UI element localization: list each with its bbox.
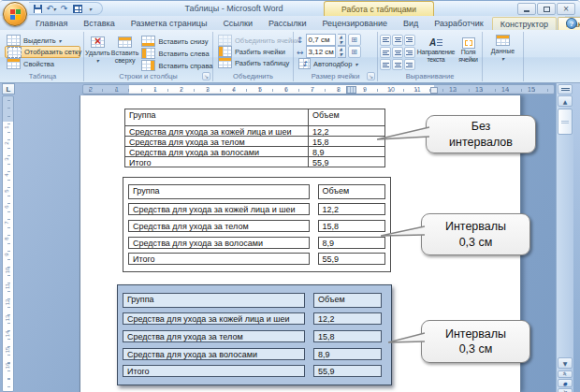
row-height-spinner[interactable]: ▲▼ (338, 34, 346, 46)
align-1-0-button[interactable] (380, 47, 391, 58)
split-table-button[interactable]: Разбить таблицу (216, 57, 290, 68)
save-button[interactable] (33, 3, 43, 14)
ribbon-tab[interactable]: Вид (396, 17, 426, 30)
table-quick-button[interactable] (72, 3, 82, 14)
qat-customize-button[interactable] (85, 3, 95, 14)
table-cell[interactable]: Средства для ухода за кожей лица и шеи (125, 126, 309, 136)
table-cell[interactable]: 55,9 (313, 365, 382, 377)
align-1-2-button[interactable] (404, 47, 415, 58)
select-table-button[interactable]: Выделить (5, 35, 80, 46)
table-cell[interactable]: Итого (128, 253, 310, 265)
office-button[interactable] (3, 2, 27, 26)
table-cell[interactable]: 15,8 (313, 330, 382, 342)
ribbon-tab[interactable]: Рецензирование (314, 17, 395, 30)
column-width-input[interactable]: 3,12 см (306, 46, 336, 58)
ribbon-tab[interactable]: Разметка страницы (123, 17, 215, 30)
browse-object-button[interactable] (558, 379, 573, 387)
ruler-toggle-button[interactable] (558, 84, 573, 94)
table-cell[interactable]: Средства для ухода за кожей лица и шеи (123, 312, 305, 325)
text-direction-button[interactable]: Направление текста (417, 35, 455, 68)
table-cell[interactable]: Средства для ухода за волосами (125, 147, 309, 156)
table-cell[interactable]: Группа (128, 184, 310, 199)
align-0-0-button[interactable] (380, 35, 391, 46)
table-cell[interactable]: Средства для ухода за телом (123, 330, 305, 342)
row-height-input[interactable]: 0,7 см (306, 34, 336, 46)
restore-button[interactable] (537, 3, 556, 15)
scrollbar-thumb[interactable] (558, 109, 573, 135)
table-cell[interactable]: Объем (313, 293, 382, 308)
split-table-icon (218, 57, 232, 68)
table-cell[interactable]: Средства для ухода за кожей лица и шеи (128, 203, 310, 215)
table-cell[interactable]: Группа (123, 293, 305, 308)
data-button[interactable]: Данные (487, 32, 519, 71)
table-cell[interactable]: Средства для ухода за телом (125, 137, 309, 146)
scroll-up-button[interactable] (558, 95, 573, 107)
distribute-columns-button[interactable]: ⊞ (348, 46, 361, 58)
align-0-1-button[interactable] (392, 35, 403, 46)
tab-stop-selector[interactable] (2, 83, 15, 94)
table-cell[interactable]: Итого (125, 157, 309, 167)
undo-button[interactable]: ↶ (46, 3, 56, 14)
merge-cells-button[interactable]: Объединить ячейки (216, 35, 290, 46)
table-cell[interactable]: Итого (123, 365, 305, 377)
table-cell[interactable]: 8,9 (318, 237, 385, 249)
callout-intervals-2[interactable]: Интервалы0,3 см (421, 320, 530, 363)
split-cells-button[interactable]: Разбить ячейки (216, 46, 290, 57)
ribbon-tab[interactable]: Рассылки (261, 17, 313, 30)
align-2-2-button[interactable] (404, 59, 415, 70)
table-cell[interactable]: 15,8 (318, 220, 385, 232)
table-cell[interactable]: 15,8 (309, 137, 384, 146)
callout-intervals-1[interactable]: Интервалы0,3 см (421, 213, 530, 255)
dialog-launcher-icon[interactable] (367, 72, 375, 80)
ribbon-tab[interactable]: Главная (28, 17, 75, 30)
minimize-button[interactable] (517, 3, 536, 15)
insert-right-button[interactable]: Вставить справа (139, 60, 214, 71)
next-page-button[interactable] (558, 388, 573, 392)
table-cell[interactable]: Средства для ухода за волосами (128, 237, 310, 249)
align-1-1-button[interactable] (392, 47, 403, 58)
table-cell[interactable]: Группа (125, 109, 309, 125)
delete-button[interactable]: Удалить (85, 34, 110, 69)
ruler-number: 10 (5, 268, 10, 274)
align-2-0-button[interactable] (380, 59, 391, 70)
table-properties-button[interactable]: Свойства (5, 58, 80, 69)
callout-no-intervals[interactable]: Безинтервалов (426, 115, 536, 153)
redo-button[interactable]: ↷ (59, 3, 69, 14)
table-cell[interactable]: 12,2 (309, 126, 384, 136)
distribute-rows-button[interactable]: ⊞ (348, 34, 361, 46)
table-cell[interactable]: 8,9 (309, 147, 384, 156)
insert-below-button[interactable]: Вставить снизу (139, 36, 214, 47)
ribbon-tab[interactable]: Разработчик (427, 17, 490, 30)
insert-left-button[interactable]: Вставить слева (139, 48, 214, 59)
indent-marker[interactable] (430, 87, 438, 94)
insert-above-button[interactable]: Вставить сверху (111, 34, 139, 69)
table-cell[interactable]: Средства для ухода за волосами (123, 348, 305, 360)
table-cell[interactable]: Объем (309, 109, 384, 125)
table-cell[interactable]: 55,9 (309, 157, 384, 167)
column-divider-marker[interactable] (346, 86, 356, 94)
ribbon-tab[interactable]: Вставка (76, 17, 122, 30)
align-0-2-button[interactable] (404, 35, 415, 46)
dialog-launcher-icon[interactable] (202, 72, 210, 80)
close-button[interactable]: × (557, 3, 575, 15)
table-with-spacing: ГруппаОбъемСредства для ухода за кожей л… (123, 177, 391, 272)
table-cell[interactable]: Объем (318, 184, 385, 199)
ribbon-tab[interactable]: Ссылки (215, 17, 260, 30)
ribbon-group-cell-size: ↕ 0,7 см ▲▼ ⊞ ↔ 3,12 см ▲▼ ⊞ Автоподбор (294, 32, 378, 81)
table-cell[interactable]: 8,9 (313, 348, 382, 360)
scroll-down-button[interactable] (558, 357, 573, 369)
previous-page-button[interactable] (558, 370, 573, 378)
show-gridlines-button[interactable]: Отобразить сетку (5, 46, 80, 58)
ruler-number: 9 (4, 253, 9, 255)
table-cell[interactable]: 12,2 (318, 203, 385, 215)
ribbon-tab[interactable]: Конструктор (492, 17, 557, 30)
column-width-spinner[interactable]: ▲▼ (338, 46, 346, 58)
autofit-button[interactable]: Автоподбор (297, 58, 374, 69)
table-cell[interactable]: 55,9 (318, 253, 385, 265)
align-2-1-button[interactable] (392, 59, 403, 70)
row-height-icon: ↕ (297, 36, 304, 45)
cell-margins-button[interactable]: Поля ячейки (457, 35, 480, 68)
help-button[interactable]: ? (566, 18, 577, 29)
table-cell[interactable]: 12,2 (313, 312, 382, 325)
table-cell[interactable]: Средства для ухода за телом (128, 220, 310, 232)
